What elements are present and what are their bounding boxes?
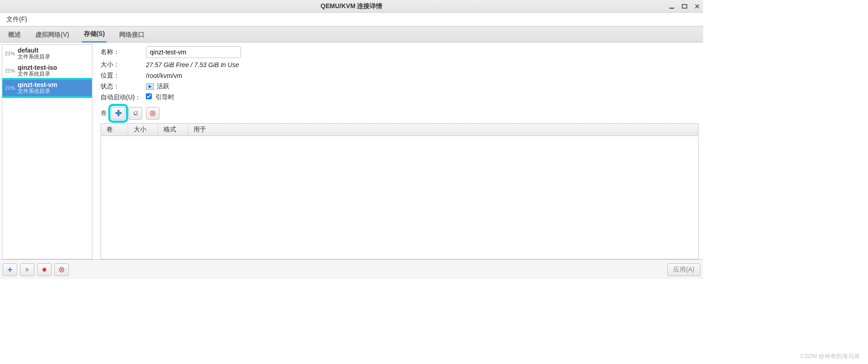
titlebar: QEMU/KVM 连接详情	[0, 0, 703, 13]
col-size[interactable]: 大小	[128, 124, 158, 136]
start-pool-button[interactable]	[20, 263, 34, 276]
tab-storage[interactable]: 存储(S)	[82, 26, 107, 43]
label-size: 大小：	[101, 61, 146, 69]
col-format[interactable]: 格式	[158, 124, 188, 136]
main-body: 21% default 文件系统目录 21% qinzt-test-iso 文件…	[0, 43, 703, 259]
storage-pool-list: 21% default 文件系统目录 21% qinzt-test-iso 文件…	[2, 44, 92, 259]
pool-usage-pct: 21%	[5, 68, 15, 73]
volume-table: 卷 大小 格式 用于	[101, 123, 699, 259]
svg-rect-1	[682, 5, 687, 8]
minimize-button[interactable]	[669, 3, 675, 10]
pool-usage-pct: 21%	[5, 85, 15, 91]
add-volume-button[interactable]: ✚	[111, 107, 125, 120]
delete-volume-button[interactable]	[146, 107, 159, 120]
label-status: 状态：	[101, 83, 146, 91]
label-location: 位置：	[101, 72, 146, 80]
add-pool-button[interactable]	[3, 263, 17, 276]
row-size: 大小： 27.57 GiB Free / 7.53 GiB In Use	[101, 61, 703, 69]
value-size: 27.57 GiB Free / 7.53 GiB In Use	[146, 61, 239, 68]
pool-item-default[interactable]: 21% default 文件系统目录	[2, 45, 92, 62]
pool-item-qinzt-test-iso[interactable]: 21% qinzt-test-iso 文件系统目录	[2, 62, 92, 79]
window-title: QEMU/KVM 连接详情	[0, 2, 703, 10]
pool-item-qinzt-test-vm[interactable]: 21% qinzt-test-vm 文件系统目录	[2, 79, 92, 97]
value-location: /root/kvm/vm	[146, 72, 182, 79]
pool-detail-panel: 名称： 大小： 27.57 GiB Free / 7.53 GiB In Use…	[92, 43, 703, 259]
value-autostart: 引导时	[155, 93, 174, 101]
refresh-volume-button[interactable]	[129, 107, 142, 120]
tabbar: 概述 虚拟网络(V) 存储(S) 网络接口	[0, 26, 703, 43]
plus-icon	[7, 267, 13, 273]
col-used-by[interactable]: 用于	[188, 124, 698, 136]
menu-file[interactable]: 文件(F)	[4, 14, 30, 25]
row-name: 名称：	[101, 46, 703, 58]
label-name: 名称：	[101, 48, 146, 56]
volume-group-label: 卷	[101, 109, 107, 117]
refresh-icon	[132, 110, 139, 116]
row-status: 状态： 活跃	[101, 83, 703, 91]
play-icon	[24, 267, 30, 273]
apply-button[interactable]: 应用(A)	[667, 263, 700, 276]
delete-icon	[149, 110, 156, 116]
volume-toolbar: 卷 ✚	[101, 107, 703, 120]
label-autostart: 自动启动(U)：	[101, 93, 146, 102]
pool-name-input[interactable]	[146, 46, 241, 58]
svg-point-10	[43, 267, 46, 271]
pool-name: qinzt-test-vm	[18, 81, 57, 88]
col-volume[interactable]: 卷	[101, 124, 128, 136]
volume-table-body	[101, 136, 698, 259]
tab-virtual-networks[interactable]: 虚拟网络(V)	[34, 27, 71, 42]
play-icon	[146, 83, 154, 90]
plus-icon: ✚	[115, 108, 122, 118]
pool-name: qinzt-test-iso	[18, 64, 57, 71]
tab-network-interfaces[interactable]: 网络接口	[117, 27, 146, 42]
svg-marker-9	[26, 267, 29, 272]
volume-table-header: 卷 大小 格式 用于	[101, 124, 698, 136]
pool-type: 文件系统目录	[18, 54, 50, 60]
record-icon	[41, 267, 48, 273]
row-location: 位置： /root/kvm/vm	[101, 72, 703, 80]
delete-icon	[58, 267, 65, 273]
tab-overview[interactable]: 概述	[6, 27, 23, 42]
delete-pool-button[interactable]	[54, 263, 69, 276]
pool-name: default	[18, 47, 50, 54]
footer-bar: 应用(A)	[0, 259, 703, 279]
pool-type: 文件系统目录	[18, 71, 57, 78]
autostart-checkbox[interactable]	[146, 93, 152, 99]
maximize-button[interactable]	[681, 3, 688, 10]
stop-pool-button[interactable]	[37, 263, 52, 276]
pool-type: 文件系统目录	[18, 88, 57, 95]
value-status: 活跃	[157, 83, 169, 91]
window-controls	[669, 0, 700, 12]
pool-usage-pct: 21%	[5, 51, 15, 56]
row-autostart: 自动启动(U)： 引导时	[101, 93, 703, 102]
close-button[interactable]	[694, 3, 700, 10]
menubar: 文件(F)	[0, 13, 703, 26]
